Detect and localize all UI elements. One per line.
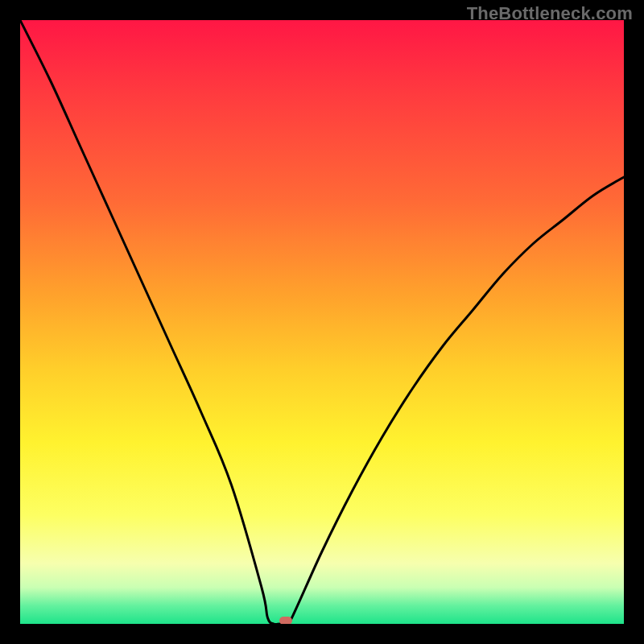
chart-frame: TheBottleneck.com bbox=[0, 0, 644, 644]
bottleneck-curve bbox=[20, 20, 624, 624]
optimum-marker bbox=[279, 617, 292, 624]
plot-area bbox=[20, 20, 624, 624]
